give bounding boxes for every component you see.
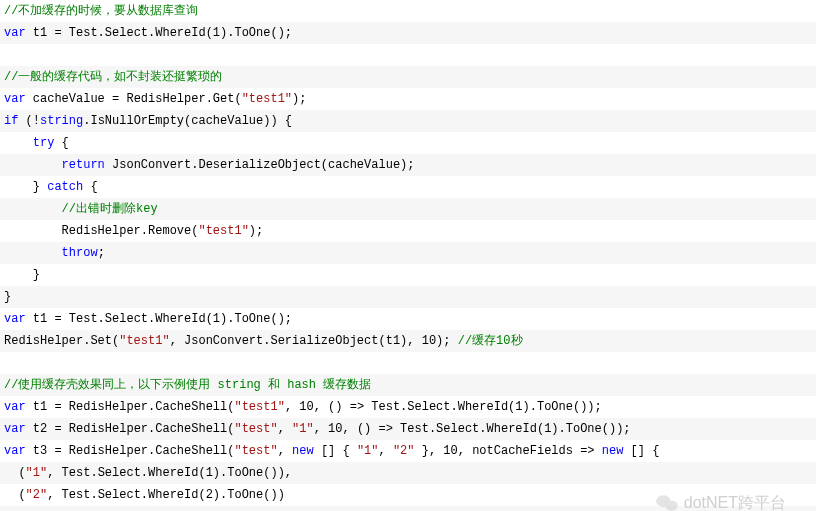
- code-token: "test1": [234, 400, 284, 414]
- code-line: var t1 = Test.Select.WhereId(1).ToOne();: [0, 308, 816, 330]
- code-token: var: [4, 92, 26, 106]
- code-token: {: [83, 180, 97, 194]
- code-token: "test": [234, 422, 277, 436]
- code-token: "test1": [242, 92, 292, 106]
- code-token: [] {: [314, 444, 357, 458]
- code-line: //不加缓存的时候，要从数据库查询: [0, 0, 816, 22]
- code-token: ,: [285, 400, 299, 414]
- code-token: , Test.Select.WhereId(: [47, 466, 205, 480]
- code-token: , () => Test.Select.WhereId(: [343, 422, 545, 436]
- code-block: //不加缓存的时候，要从数据库查询var t1 = Test.Select.Wh…: [0, 0, 816, 511]
- code-token: , notCacheFields =>: [458, 444, 602, 458]
- code-line: //使用缓存壳效果同上，以下示例使用 string 和 hash 缓存数据: [0, 374, 816, 396]
- code-token: [4, 202, 62, 216]
- code-line: //出错时删除key: [0, 198, 816, 220]
- code-line: ("2", Test.Select.WhereId(2).ToOne()): [0, 484, 816, 506]
- code-token: [] {: [623, 444, 659, 458]
- code-token: [4, 136, 33, 150]
- code-token: new: [292, 444, 314, 458]
- code-token: 1: [213, 312, 220, 326]
- code-line: RedisHelper.Set("test1", JsonConvert.Ser…: [0, 330, 816, 352]
- code-token: }: [4, 180, 47, 194]
- code-token: );: [249, 224, 263, 238]
- code-token: 1: [213, 26, 220, 40]
- code-token: 10: [422, 334, 436, 348]
- code-token: var: [4, 312, 26, 326]
- code-token: JsonConvert.DeserializeObject(cacheValue…: [105, 158, 415, 172]
- code-line: var t1 = RedisHelper.CacheShell("test1",…: [0, 396, 816, 418]
- code-token: "test": [234, 444, 277, 458]
- code-line: });: [0, 506, 816, 511]
- code-token: ).ToOne()),: [213, 466, 292, 480]
- code-token: }: [4, 290, 11, 304]
- code-token: //缓存10秒: [458, 334, 523, 348]
- code-token: var: [4, 422, 26, 436]
- code-token: //出错时删除key: [62, 202, 158, 216]
- code-line: if (!string.IsNullOrEmpty(cacheValue)) {: [0, 110, 816, 132]
- code-token: ;: [98, 246, 105, 260]
- code-token: var: [4, 400, 26, 414]
- code-token: try: [33, 136, 55, 150]
- code-token: {: [54, 136, 68, 150]
- code-line: try {: [0, 132, 816, 154]
- code-line: return JsonConvert.DeserializeObject(cac…: [0, 154, 816, 176]
- code-token: return: [62, 158, 105, 172]
- code-token: t1 = Test.Select.WhereId(: [26, 312, 213, 326]
- code-token: );: [436, 334, 458, 348]
- code-line: //一般的缓存代码，如不封装还挺繁琐的: [0, 66, 816, 88]
- code-token: "test1": [198, 224, 248, 238]
- code-line: } catch {: [0, 176, 816, 198]
- code-token: 10: [328, 422, 342, 436]
- code-token: [4, 246, 62, 260]
- code-token: new: [602, 444, 624, 458]
- code-line: [0, 352, 816, 374]
- code-token: ,: [379, 444, 393, 458]
- code-token: //一般的缓存代码，如不封装还挺繁琐的: [4, 70, 222, 84]
- code-token: ,: [278, 422, 292, 436]
- code-token: ).ToOne();: [220, 312, 292, 326]
- code-token: (: [4, 488, 26, 502]
- code-line: var t2 = RedisHelper.CacheShell("test", …: [0, 418, 816, 440]
- code-token: );: [292, 92, 306, 106]
- code-token: t2 = RedisHelper.CacheShell(: [26, 422, 235, 436]
- code-token: }: [4, 268, 40, 282]
- code-token: t3 = RedisHelper.CacheShell(: [26, 444, 235, 458]
- code-token: (!: [18, 114, 40, 128]
- code-token: throw: [62, 246, 98, 260]
- code-line: var t3 = RedisHelper.CacheShell("test", …: [0, 440, 816, 462]
- code-token: //不加缓存的时候，要从数据库查询: [4, 4, 198, 18]
- code-token: ).ToOne());: [523, 400, 602, 414]
- code-token: "2": [393, 444, 415, 458]
- code-token: "test1": [119, 334, 169, 348]
- code-line: ("1", Test.Select.WhereId(1).ToOne()),: [0, 462, 816, 484]
- code-token: string: [40, 114, 83, 128]
- code-token: ).ToOne());: [551, 422, 630, 436]
- code-token: RedisHelper.Set(: [4, 334, 119, 348]
- code-token: cacheValue = RedisHelper.Get(: [26, 92, 242, 106]
- code-token: , Test.Select.WhereId(: [47, 488, 205, 502]
- code-token: "2": [26, 488, 48, 502]
- code-token: , () => Test.Select.WhereId(: [314, 400, 516, 414]
- code-token: RedisHelper.Remove(: [4, 224, 198, 238]
- code-line: var cacheValue = RedisHelper.Get("test1"…: [0, 88, 816, 110]
- code-token: (: [4, 466, 26, 480]
- code-token: "1": [26, 466, 48, 480]
- code-line: [0, 44, 816, 66]
- code-token: 1: [206, 466, 213, 480]
- code-token: t1 = Test.Select.WhereId(: [26, 26, 213, 40]
- code-token: [4, 158, 62, 172]
- code-token: ).ToOne();: [220, 26, 292, 40]
- code-token: if: [4, 114, 18, 128]
- code-token: catch: [47, 180, 83, 194]
- code-line: var t1 = Test.Select.WhereId(1).ToOne();: [0, 22, 816, 44]
- code-token: ).ToOne()): [213, 488, 285, 502]
- code-token: .IsNullOrEmpty(cacheValue)) {: [83, 114, 292, 128]
- code-line: RedisHelper.Remove("test1");: [0, 220, 816, 242]
- code-token: , JsonConvert.SerializeObject(t1),: [170, 334, 422, 348]
- code-token: ,: [278, 444, 292, 458]
- code-token: 10: [443, 444, 457, 458]
- code-token: "1": [357, 444, 379, 458]
- code-line: }: [0, 264, 816, 286]
- code-line: throw;: [0, 242, 816, 264]
- code-token: //使用缓存壳效果同上，以下示例使用 string 和 hash 缓存数据: [4, 378, 371, 392]
